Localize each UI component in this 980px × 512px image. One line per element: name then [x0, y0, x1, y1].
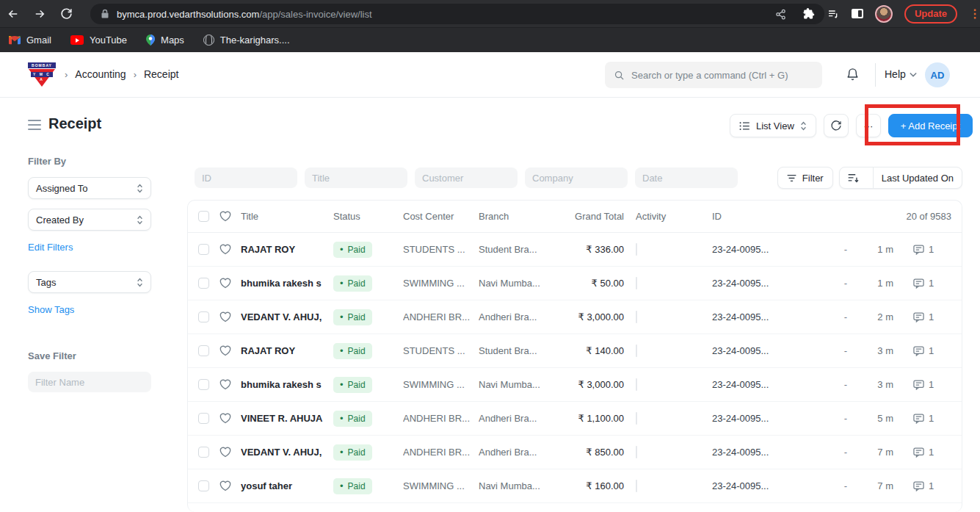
row-title[interactable]: RAJAT ROY — [241, 244, 332, 255]
bookmark-gmail[interactable]: Gmail — [9, 35, 51, 46]
header-grand-total[interactable]: Grand Total — [549, 211, 624, 222]
refresh-button[interactable] — [824, 114, 849, 137]
header-branch[interactable]: Branch — [479, 211, 549, 222]
table-row[interactable]: VEDANT V. AHUJ, •Paid ANDHERI BR... Andh… — [188, 436, 962, 469]
row-checkbox[interactable] — [198, 244, 209, 255]
row-checkbox[interactable] — [198, 480, 209, 491]
row-comments[interactable]: 1 — [913, 480, 951, 491]
sidebar-toggle-icon[interactable] — [28, 120, 41, 133]
row-id[interactable]: 23-24-0095... — [712, 413, 822, 424]
table-row[interactable]: VINEET R. AHUJA •Paid ANDHERI BR... Andh… — [188, 402, 962, 436]
user-avatar[interactable]: AD — [925, 62, 950, 87]
reload-icon[interactable] — [53, 7, 79, 20]
table-row[interactable]: VEDANT V. AHUJ, •Paid ANDHERI BR... Andh… — [188, 300, 962, 334]
row-comments[interactable]: 1 — [913, 311, 951, 322]
header-activity[interactable]: Activity — [636, 211, 712, 222]
list-view-selector[interactable]: List View — [730, 114, 816, 137]
help-menu[interactable]: Help — [885, 68, 917, 80]
like-heart-icon[interactable] — [219, 311, 232, 322]
like-heart-icon[interactable] — [219, 278, 232, 289]
row-title[interactable]: bhumika rakesh s — [241, 379, 332, 390]
like-heart-icon[interactable] — [219, 413, 232, 424]
header-status[interactable]: Status — [332, 211, 403, 222]
like-heart-icon[interactable] — [219, 480, 232, 491]
select-all-checkbox[interactable] — [198, 211, 209, 222]
filter-customer-input[interactable] — [415, 167, 518, 188]
address-bar[interactable]: bymca.prod.vedarthsolutions.com/app/sale… — [90, 4, 824, 24]
bookmark-maps[interactable]: Maps — [146, 35, 184, 46]
row-title[interactable]: bhumika rakesh s — [241, 278, 332, 289]
like-filter-heart-icon[interactable] — [219, 211, 232, 222]
filter-date-input[interactable] — [635, 167, 738, 188]
created-by-select[interactable]: Created By — [28, 209, 151, 231]
row-comments[interactable]: 1 — [913, 379, 951, 390]
like-heart-icon[interactable] — [219, 244, 232, 255]
header-cost-center[interactable]: Cost Center — [403, 211, 479, 222]
row-comments[interactable]: 1 — [913, 447, 951, 458]
bombay-ymca-logo[interactable]: BOMBAY Y M C A — [28, 62, 56, 87]
breadcrumb-receipt[interactable]: Receipt — [144, 68, 178, 80]
show-tags-link[interactable]: Show Tags — [28, 304, 74, 315]
side-panel-icon[interactable] — [852, 9, 863, 18]
like-heart-icon[interactable] — [219, 345, 232, 356]
browser-profile-avatar[interactable] — [875, 5, 893, 23]
sort-direction-toggle[interactable] — [840, 167, 867, 188]
chrome-menu-icon[interactable]: ⋮ — [969, 7, 980, 21]
row-id[interactable]: 23-24-0095... — [712, 278, 822, 289]
sort-field-selector[interactable]: Last Updated On — [873, 167, 962, 188]
forward-icon[interactable] — [26, 7, 53, 21]
like-heart-icon[interactable] — [219, 379, 232, 390]
row-title[interactable]: yosuf taher — [241, 480, 332, 491]
row-id[interactable]: 23-24-0095... — [712, 345, 822, 356]
row-id[interactable]: 23-24-0095... — [712, 379, 822, 390]
extensions-icon[interactable] — [802, 7, 815, 20]
row-id[interactable]: 23-24-0095... — [712, 447, 822, 458]
row-title[interactable]: VEDANT V. AHUJ, — [241, 311, 332, 322]
filter-button[interactable]: Filter — [777, 167, 833, 189]
notifications-bell-icon[interactable] — [846, 67, 860, 82]
share-icon[interactable] — [775, 9, 786, 20]
table-row[interactable]: RAJAT ROY •Paid STUDENTS ... Student Bra… — [188, 233, 962, 267]
row-title[interactable]: RAJAT ROY — [241, 345, 332, 356]
more-options-button[interactable]: ··· — [856, 114, 881, 137]
row-title[interactable]: VEDANT V. AHUJ, — [241, 447, 332, 458]
header-id[interactable]: ID — [712, 211, 822, 222]
filter-id-input[interactable] — [195, 167, 297, 188]
like-heart-icon[interactable] — [219, 447, 232, 458]
bookmark-karighars[interactable]: The-karighars.... — [203, 35, 290, 46]
row-checkbox[interactable] — [198, 413, 209, 424]
row-comments[interactable]: 1 — [913, 278, 951, 289]
row-checkbox[interactable] — [198, 278, 209, 289]
result-count[interactable]: 20 of 9583 — [907, 211, 951, 222]
row-checkbox[interactable] — [198, 379, 209, 390]
row-checkbox[interactable] — [198, 447, 209, 458]
global-search[interactable] — [605, 62, 822, 88]
filter-title-input[interactable] — [305, 167, 407, 188]
bookmark-youtube[interactable]: YouTube — [70, 35, 127, 46]
header-title[interactable]: Title — [241, 211, 332, 222]
table-row[interactable]: bhumika rakesh s •Paid SWIMMING ... Navi… — [188, 368, 962, 402]
table-row[interactable]: RAJAT ROY •Paid STUDENTS ... Student Bra… — [188, 334, 962, 368]
row-id[interactable]: 23-24-0095... — [712, 311, 822, 322]
edit-filters-link[interactable]: Edit Filters — [28, 242, 73, 253]
filter-company-input[interactable] — [525, 167, 628, 188]
back-icon[interactable] — [0, 7, 26, 21]
row-id[interactable]: 23-24-0095... — [712, 480, 822, 491]
search-input[interactable] — [631, 70, 813, 81]
add-receipt-button[interactable]: + Add Receipt — [888, 114, 973, 137]
breadcrumb-accounting[interactable]: Accounting — [75, 68, 126, 80]
assigned-to-select[interactable]: Assigned To — [28, 177, 151, 199]
tags-select[interactable]: Tags — [28, 271, 151, 293]
table-row[interactable]: bhumika rakesh s •Paid SWIMMING ... Navi… — [188, 267, 962, 300]
row-id[interactable]: 23-24-0095... — [712, 244, 822, 255]
sort-button[interactable]: Last Updated On — [839, 167, 962, 189]
row-checkbox[interactable] — [198, 345, 209, 356]
filter-name-input[interactable] — [28, 372, 151, 392]
playlist-icon[interactable] — [827, 8, 840, 20]
row-comments[interactable]: 1 — [913, 345, 951, 356]
table-row[interactable]: yosuf taher •Paid SWIMMING ... Navi Mumb… — [188, 469, 962, 503]
row-checkbox[interactable] — [198, 311, 209, 322]
row-comments[interactable]: 1 — [913, 244, 951, 255]
row-comments[interactable]: 1 — [913, 413, 951, 424]
row-title[interactable]: VINEET R. AHUJA — [241, 413, 332, 424]
